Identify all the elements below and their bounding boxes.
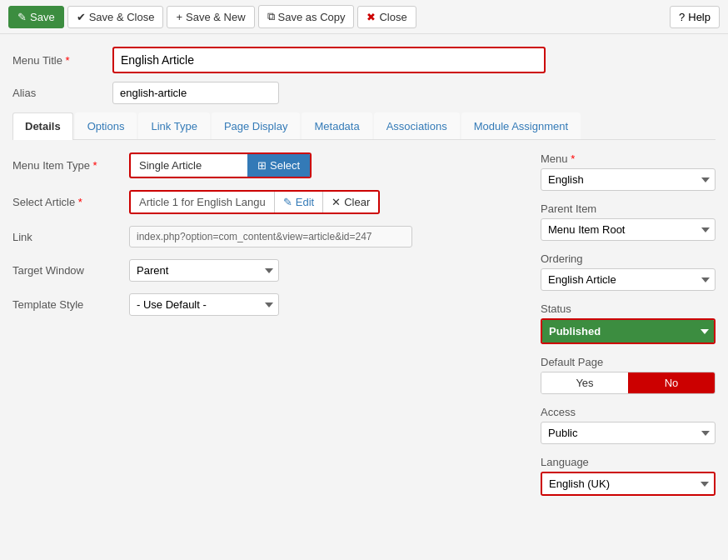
tab-module-assignment[interactable]: Module Assignment <box>461 112 581 139</box>
times-icon: ✕ <box>332 196 341 208</box>
ordering-field: Ordering English Article <box>541 252 716 291</box>
status-label: Status <box>541 302 716 315</box>
parent-item-field: Parent Item Menu Item Root <box>541 202 716 241</box>
select-article-label: Select Article * <box>12 196 129 208</box>
menu-item-type-text: Single Article <box>131 155 247 176</box>
tab-associations[interactable]: Associations <box>374 112 460 139</box>
tab-link-type[interactable]: Link Type <box>138 112 209 139</box>
target-window-select[interactable]: Parent <box>129 259 279 282</box>
select-article-row: Select Article * Article 1 for English L… <box>12 190 524 214</box>
default-page-yes-button[interactable]: Yes <box>541 372 628 393</box>
grid-icon: ⊞ <box>257 159 267 172</box>
menu-item-type-label: Menu Item Type * <box>12 159 129 172</box>
status-field: Status Published <box>541 302 716 344</box>
parent-item-select[interactable]: Menu Item Root <box>541 218 716 241</box>
close-icon: ✖ <box>366 11 376 23</box>
tab-details[interactable]: Details <box>12 112 73 140</box>
default-page-field: Default Page Yes No <box>541 356 716 394</box>
access-select[interactable]: Public <box>541 422 716 444</box>
template-style-select[interactable]: - Use Default - <box>129 293 279 316</box>
language-label: Language <box>541 456 716 468</box>
link-label: Link <box>12 231 129 243</box>
question-icon: ? <box>679 11 685 23</box>
menu-item-type-select-button[interactable]: ⊞ Select <box>247 154 310 177</box>
menu-right-label: Menu * <box>541 152 716 165</box>
ordering-select[interactable]: English Article <box>541 268 716 291</box>
link-input <box>129 226 412 248</box>
tab-options[interactable]: Options <box>75 112 137 139</box>
clear-article-button[interactable]: ✕ Clear <box>322 192 378 212</box>
right-column: Menu * English Parent Item Menu Item Roo… <box>541 152 716 508</box>
target-window-label: Target Window <box>12 264 129 277</box>
left-column: Menu Item Type * Single Article ⊞ Select… <box>12 152 524 508</box>
language-select[interactable]: English (UK) <box>542 473 714 494</box>
default-page-label: Default Page <box>541 356 716 368</box>
status-select[interactable]: Published <box>542 320 714 342</box>
plus-icon: + <box>176 11 182 23</box>
default-page-toggle: Yes No <box>541 372 716 394</box>
alias-input[interactable] <box>112 82 279 104</box>
copy-icon: ⧉ <box>267 10 275 23</box>
ordering-label: Ordering <box>541 252 716 265</box>
language-wrapper: English (UK) <box>541 472 716 496</box>
save-close-button[interactable]: ✔ Save & Close <box>67 6 164 28</box>
main-content: Menu Title * Alias Details Options Link … <box>0 34 728 520</box>
tab-content: Menu Item Type * Single Article ⊞ Select… <box>12 152 716 508</box>
help-button[interactable]: ? Help <box>670 6 720 28</box>
parent-item-label: Parent Item <box>541 202 716 215</box>
status-wrapper: Published <box>541 318 716 344</box>
select-article-text: Article 1 for English Langu <box>131 192 274 212</box>
target-window-row: Target Window Parent <box>12 259 524 282</box>
check-icon: ✔ <box>77 11 86 23</box>
toolbar: ✎ Save ✔ Save & Close + Save & New ⧉ Sav… <box>0 0 728 34</box>
tab-page-display[interactable]: Page Display <box>212 112 301 139</box>
edit-article-button[interactable]: ✎ Edit <box>274 192 322 212</box>
menu-title-row: Menu Title * <box>12 47 716 73</box>
close-button[interactable]: ✖ Close <box>357 6 416 28</box>
tab-metadata[interactable]: Metadata <box>302 112 371 139</box>
edit-icon: ✎ <box>283 196 292 208</box>
menu-item-type-wrapper: Single Article ⊞ Select <box>129 152 312 178</box>
save-icon: ✎ <box>17 11 27 23</box>
language-field: Language English (UK) <box>541 456 716 496</box>
menu-select[interactable]: English <box>541 168 716 191</box>
alias-label: Alias <box>12 87 112 99</box>
template-style-label: Template Style <box>12 298 129 311</box>
menu-title-label: Menu Title * <box>12 54 112 67</box>
menu-title-input[interactable] <box>112 47 546 73</box>
save-button[interactable]: ✎ Save <box>8 6 64 28</box>
menu-field: Menu * English <box>541 152 716 191</box>
template-style-row: Template Style - Use Default - <box>12 293 524 316</box>
tabs-nav: Details Options Link Type Page Display M… <box>12 112 716 140</box>
menu-item-type-row: Menu Item Type * Single Article ⊞ Select <box>12 152 524 178</box>
access-field: Access Public <box>541 406 716 444</box>
link-row: Link <box>12 226 524 248</box>
save-new-button[interactable]: + Save & New <box>167 6 254 28</box>
default-page-no-button[interactable]: No <box>628 372 715 393</box>
access-label: Access <box>541 406 716 418</box>
alias-row: Alias <box>12 82 716 104</box>
save-copy-button[interactable]: ⧉ Save as Copy <box>258 5 355 28</box>
select-article-wrapper: Article 1 for English Langu ✎ Edit ✕ Cle… <box>129 190 380 214</box>
